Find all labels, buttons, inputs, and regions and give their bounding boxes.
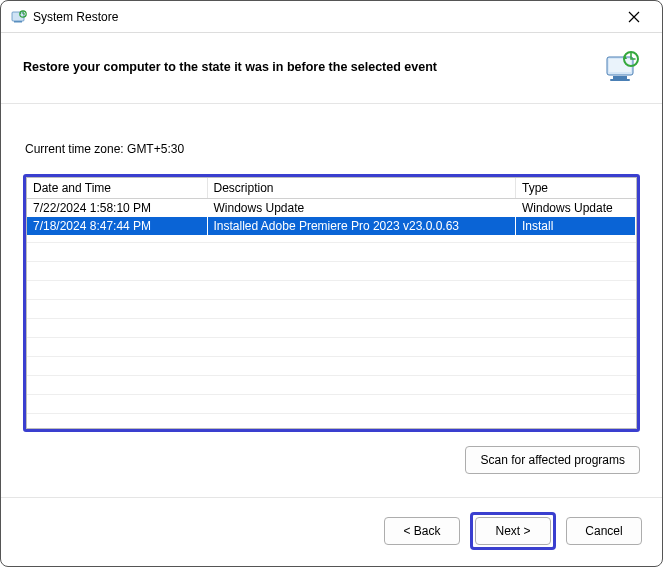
svg-rect-5	[613, 76, 627, 79]
next-button[interactable]: Next >	[475, 517, 551, 545]
timezone-label: Current time zone: GMT+5:30	[25, 142, 638, 156]
restore-points-highlight: Date and Time Description Type 7/22/2024…	[23, 174, 640, 432]
table-row[interactable]: 7/22/2024 1:58:10 PMWindows UpdateWindow…	[27, 199, 636, 218]
wizard-footer: < Back Next > Cancel	[1, 497, 662, 566]
back-button[interactable]: < Back	[384, 517, 460, 545]
titlebar: System Restore	[1, 1, 662, 33]
cell-desc: Windows Update	[207, 199, 516, 218]
column-header-description[interactable]: Description	[207, 178, 516, 199]
column-header-date[interactable]: Date and Time	[27, 178, 207, 199]
svg-rect-1	[14, 21, 22, 23]
window-title: System Restore	[33, 10, 614, 24]
table-row[interactable]: 7/18/2024 8:47:44 PMInstalled Adobe Prem…	[27, 217, 636, 235]
cell-date: 7/18/2024 8:47:44 PM	[27, 217, 207, 235]
cell-type: Windows Update	[516, 199, 636, 218]
cell-desc: Installed Adobe Premiere Pro 2023 v23.0.…	[207, 217, 516, 235]
cell-type: Install	[516, 217, 636, 235]
system-restore-icon	[11, 9, 27, 25]
content-area: Current time zone: GMT+5:30 Date and Tim…	[1, 104, 662, 497]
close-icon	[628, 11, 640, 23]
table-gridlines	[27, 242, 636, 428]
page-heading: Restore your computer to the state it wa…	[23, 60, 604, 74]
scan-affected-programs-button[interactable]: Scan for affected programs	[465, 446, 640, 474]
header-strip: Restore your computer to the state it wa…	[1, 33, 662, 104]
restore-computer-icon	[604, 49, 640, 85]
cell-date: 7/22/2024 1:58:10 PM	[27, 199, 207, 218]
svg-rect-6	[610, 79, 630, 81]
close-button[interactable]	[614, 3, 654, 31]
next-button-highlight: Next >	[470, 512, 556, 550]
restore-points-table[interactable]: Date and Time Description Type 7/22/2024…	[26, 177, 637, 429]
cancel-button[interactable]: Cancel	[566, 517, 642, 545]
column-header-type[interactable]: Type	[516, 178, 636, 199]
